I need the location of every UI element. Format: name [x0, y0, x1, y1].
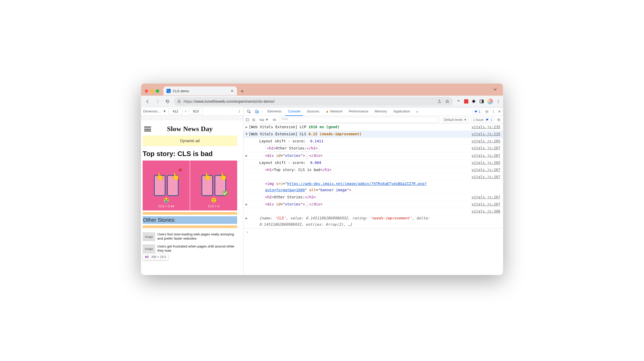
console-message: [Web Vitals Extension] CLS 0.15 (needs-i… — [249, 131, 464, 137]
issues-counter[interactable]: 1 Issue: 1 — [471, 117, 494, 122]
settings-icon[interactable] — [485, 110, 489, 114]
source-location-link[interactable]: vitals.js:267 — [464, 167, 500, 173]
devtools-close-icon[interactable]: ✕ — [498, 110, 501, 114]
console-output[interactable]: ▶[Web Vitals Extension] LCP 1816 ms (goo… — [243, 124, 503, 275]
new-tab-button[interactable]: ＋ — [240, 87, 245, 95]
smile-emoji-icon: 🙂 — [211, 197, 217, 203]
source-location-link[interactable]: vitals.js:267 — [464, 145, 500, 151]
check-icon: ✅ — [222, 191, 228, 196]
tab-performance[interactable]: Performance — [346, 107, 371, 116]
disclosure-arrow-icon[interactable]: ▶ — [245, 124, 249, 130]
side-panel-icon[interactable] — [479, 99, 484, 104]
device-viewport: Slow News Day Dynamic ad Top story: CLS … — [141, 120, 243, 275]
source-location-link[interactable]: vitals.js:235 — [464, 124, 500, 130]
nav-reload-button[interactable] — [164, 97, 172, 105]
console-row[interactable]: <h2>Other Stories:</h2>vitals.js:267 — [243, 145, 503, 152]
disclosure-arrow-icon[interactable]: ▼ — [245, 131, 249, 137]
inspect-element-icon[interactable] — [246, 108, 252, 115]
disclosure-arrow-icon[interactable]: ▶ — [245, 201, 249, 208]
source-location-link[interactable]: vitals.js:265 — [464, 160, 500, 166]
devtools-menu-icon[interactable] — [492, 110, 495, 114]
dimensions-label: Dimensio… — [143, 109, 161, 113]
window-controls — [145, 89, 159, 93]
tab-application[interactable]: Application — [391, 107, 413, 116]
cls-right-caption: CLS = 0 — [208, 205, 220, 208]
console-row[interactable]: vitals.js:308 — [243, 208, 503, 215]
source-location-link[interactable]: vitals.js:235 — [464, 131, 500, 137]
console-row[interactable]: <h1>Top story: CLS is bad</h1>vitals.js:… — [243, 167, 503, 174]
source-location-link[interactable]: vitals.js:267 — [464, 174, 500, 180]
hamburger-icon[interactable] — [144, 127, 151, 131]
tab-close-icon[interactable]: ✕ — [231, 89, 234, 93]
window-close-icon[interactable] — [145, 89, 148, 93]
source-location-link[interactable]: vitals.js:308 — [464, 208, 500, 215]
top-story-heading: Top story: CLS is bad — [143, 149, 237, 161]
device-width-input[interactable] — [168, 108, 183, 115]
flag-icon[interactable] — [457, 99, 461, 104]
disclosure-arrow-icon[interactable]: ▶ — [245, 215, 249, 221]
window-zoom-icon[interactable] — [156, 89, 159, 93]
x-icon: ✖ — [178, 167, 182, 173]
toggle-device-icon[interactable] — [253, 108, 260, 115]
console-settings-icon[interactable] — [497, 118, 501, 122]
source-location-link[interactable]: vitals.js:267 — [464, 194, 500, 200]
console-message: <h1>Top story: CLS is bad</h1> — [249, 167, 464, 173]
more-tabs-icon[interactable]: » — [414, 108, 420, 115]
console-message: [Web Vitals Extension] LCP 1816 ms (good… — [249, 124, 464, 130]
story-image-placeholder: Image — [143, 244, 155, 253]
log-levels-dropdown[interactable]: Default levels ▼ — [442, 117, 469, 122]
console-row[interactable]: ▶<div id="stories">…</div>vitals.js:267 — [243, 201, 503, 208]
issues-pill[interactable]: 1 — [472, 109, 482, 114]
chrome-menu-icon[interactable] — [496, 99, 500, 104]
list-item: Image Users get frustrated when pages sh… — [143, 243, 237, 255]
svg-point-4 — [498, 102, 499, 103]
disclosure-arrow-icon[interactable]: ▶ — [245, 153, 249, 159]
extension-recorder-icon[interactable] — [464, 99, 468, 104]
tab-sources[interactable]: Sources — [304, 107, 322, 116]
browser-tab[interactable]: 🔧 CLS demo ✕ — [163, 86, 237, 95]
cls-banner-image: 👆 👆 ✖ 😭 CLS = 0.44 👆 👆 ✅ — [143, 161, 237, 210]
tab-network[interactable]: ▲Network — [323, 107, 345, 116]
clear-console-icon[interactable] — [252, 118, 256, 122]
device-more-icon[interactable] — [237, 110, 241, 113]
console-message: Layout shift - score: 0.1411 — [249, 138, 464, 145]
source-location-link[interactable]: vitals.js:267 — [464, 153, 500, 159]
dimensions-caret-icon[interactable]: ▼ — [163, 109, 166, 113]
source-location-link[interactable]: vitals.js:267 — [464, 201, 500, 208]
console-row[interactable]: vitals.js:267 — [243, 174, 503, 181]
bookmark-star-icon[interactable] — [445, 99, 449, 104]
source-location-link[interactable]: vitals.js:265 — [464, 138, 500, 145]
console-row[interactable]: ▶[Web Vitals Extension] LCP 1816 ms (goo… — [243, 124, 503, 131]
extensions-puzzle-icon[interactable] — [471, 99, 476, 104]
address-bar[interactable]: https://www.tunetheweb.com/experiments/c… — [174, 97, 453, 106]
console-row[interactable]: ▼[Web Vitals Extension] CLS 0.15 (needs-… — [243, 131, 503, 138]
share-icon[interactable] — [437, 99, 442, 104]
profile-avatar-icon[interactable] — [487, 99, 493, 104]
console-filter-input[interactable]: Filter — [279, 117, 439, 123]
console-row[interactable]: <h2>Other Stories:</h2>vitals.js:267 — [243, 194, 503, 201]
console-row[interactable]: Layout shift - score: 0.1411vitals.js:26… — [243, 138, 503, 145]
tab-elements[interactable]: Elements — [265, 107, 284, 116]
hover-tag: h2 — [145, 255, 149, 259]
context-selector[interactable]: top ▼ — [258, 117, 270, 122]
console-row[interactable]: ▶{name: 'CLS', value: 0.1451186286098693… — [243, 215, 503, 228]
tab-favicon-icon: 🔧 — [167, 89, 171, 93]
cry-emoji-icon: 😭 — [163, 197, 169, 203]
window-dropdown-icon[interactable] — [493, 87, 497, 91]
nav-back-button[interactable] — [144, 97, 152, 105]
device-height-input[interactable] — [189, 108, 203, 115]
console-row[interactable]: ▶<div id="stories">…</div>vitals.js:267 — [243, 152, 503, 159]
tab-console[interactable]: Console — [285, 107, 303, 116]
console-prompt[interactable]: › — [243, 228, 503, 236]
live-expression-icon[interactable] — [273, 118, 276, 122]
console-row[interactable]: Layout shift - score: 0.004vitals.js:265 — [243, 159, 503, 167]
console-toolbar: top ▼ Filter Default levels ▼ 1 Issue: 1 — [243, 116, 503, 124]
console-message: {name: 'CLS', value: 0.14511862860986932… — [249, 215, 464, 228]
console-sidebar-toggle-icon[interactable] — [246, 118, 249, 122]
console-row[interactable]: <img src="https://web-dev.imgix.net/imag… — [243, 180, 503, 194]
tab-memory[interactable]: Memory — [372, 107, 390, 116]
window-minimize-icon[interactable] — [150, 89, 154, 93]
devtools-pane: Elements Console Sources ▲Network Perfor… — [243, 107, 503, 275]
stories-list: Image Users find slow-loading web pages … — [143, 231, 237, 255]
nav-forward-button[interactable] — [154, 97, 162, 105]
